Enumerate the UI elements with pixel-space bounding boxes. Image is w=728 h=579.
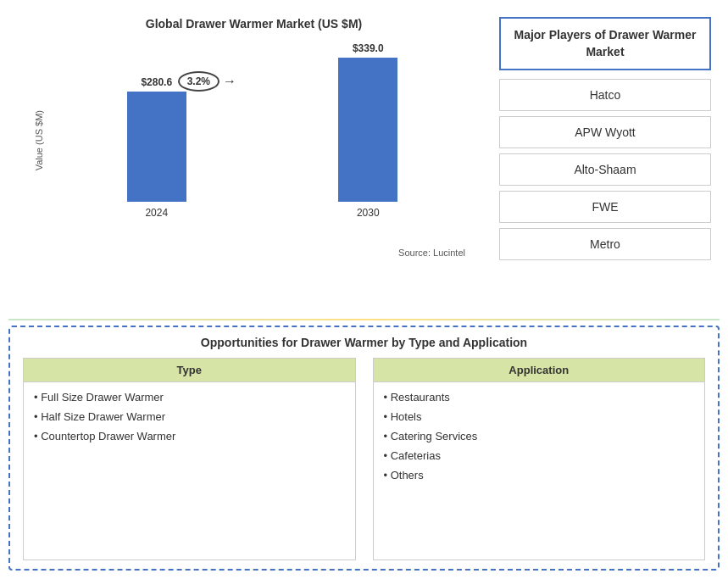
top-section: Global Drawer Warmer Market (US $M) Valu…: [8, 8, 720, 314]
bar-value-2030: $339.0: [353, 42, 384, 54]
type-item-3: • Countertop Drawer Warmer: [34, 430, 345, 443]
bar-2030: $339.0 2030: [263, 42, 475, 219]
type-header: Type: [24, 359, 355, 382]
bar-label-2024: 2024: [145, 207, 168, 219]
app-item-2: • Hotels: [384, 410, 695, 423]
bar-2024: $280.6 2024: [51, 76, 263, 219]
bottom-section: Opportunities for Drawer Warmer by Type …: [8, 326, 720, 571]
annotation: 3.2% →: [178, 71, 236, 92]
players-title: Major Players of Drawer Warmer Market: [499, 17, 711, 70]
application-header: Application: [374, 359, 705, 382]
app-item-4: • Cafeterias: [384, 449, 695, 462]
chart-title: Global Drawer Warmer Market (US $M): [146, 17, 362, 31]
player-apw: APW Wyott: [499, 116, 711, 148]
player-metro: Metro: [499, 228, 711, 260]
y-axis-label: Value (US $M): [34, 110, 44, 170]
app-item-3: • Catering Services: [384, 430, 695, 443]
type-item-2: • Half Size Drawer Warmer: [34, 410, 345, 423]
main-container: Global Drawer Warmer Market (US $M) Valu…: [0, 0, 728, 579]
application-items: • Restaurants • Hotels • Catering Servic…: [374, 382, 705, 490]
bar-value-2024: $280.6: [141, 76, 172, 88]
player-hatco: Hatco: [499, 79, 711, 111]
source-label: Source: Lucintel: [34, 248, 474, 258]
type-column: Type • Full Size Drawer Warmer • Half Si…: [23, 358, 356, 560]
section-divider: [8, 319, 720, 320]
chart-container: Global Drawer Warmer Market (US $M) Valu…: [8, 8, 482, 314]
player-fwe: FWE: [499, 191, 711, 223]
bottom-title: Opportunities for Drawer Warmer by Type …: [23, 336, 705, 349]
bar-rect-2024: [127, 92, 186, 202]
bar-rect-2030: [338, 58, 397, 202]
app-item-5: • Others: [384, 469, 695, 482]
type-item-1: • Full Size Drawer Warmer: [34, 391, 345, 404]
app-item-1: • Restaurants: [384, 391, 695, 404]
application-column: Application • Restaurants • Hotels • Cat…: [373, 358, 706, 560]
type-items: • Full Size Drawer Warmer • Half Size Dr…: [24, 382, 355, 451]
players-container: Major Players of Drawer Warmer Market Ha…: [491, 8, 720, 314]
arrow-icon: →: [223, 74, 236, 89]
annotation-label: 3.2%: [178, 71, 220, 92]
player-alto: Alto-Shaam: [499, 153, 711, 186]
bottom-columns: Type • Full Size Drawer Warmer • Half Si…: [23, 358, 705, 560]
bar-label-2030: 2030: [357, 207, 380, 219]
